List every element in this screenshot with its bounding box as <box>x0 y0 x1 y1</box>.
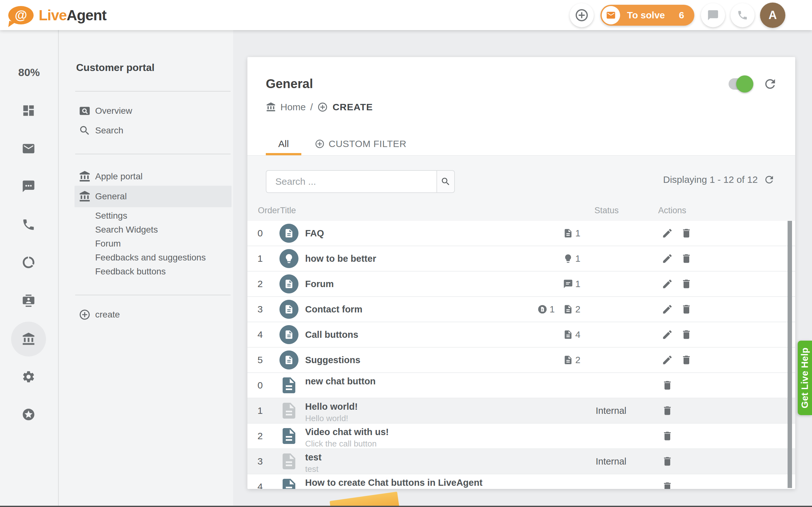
breadcrumb-create[interactable]: CREATE <box>333 102 373 112</box>
row-order: 0 <box>247 221 273 245</box>
calls-button[interactable] <box>730 3 755 27</box>
rail-mail-icon[interactable] <box>21 142 36 156</box>
count-forum: 1 <box>563 279 580 289</box>
row-title[interactable]: Video chat with us! <box>305 427 389 437</box>
sidebar-item-forum[interactable]: Forum <box>74 236 232 251</box>
bank-icon <box>79 170 91 182</box>
table-row[interactable]: 1Hello world!Hello world!Internal <box>247 398 795 424</box>
rail-chat-icon[interactable] <box>21 179 36 193</box>
count-doc: 1 <box>563 228 580 239</box>
displaying-text: Displaying 1 - 12 of 12 <box>663 174 758 185</box>
table-row[interactable]: 4Call buttons4 <box>247 322 795 348</box>
row-title[interactable]: Call buttons <box>305 329 358 340</box>
rail-dashboard-icon[interactable] <box>21 104 36 118</box>
toggle-knob <box>736 75 753 93</box>
to-solve-button[interactable]: To solve 6 <box>600 5 694 26</box>
rail-data-usage-icon[interactable] <box>21 256 36 269</box>
column-header-order: Order <box>258 206 280 216</box>
delete-button[interactable] <box>681 303 692 315</box>
table-row[interactable]: 1how to be better1 <box>247 246 795 272</box>
row-title[interactable]: Contact form <box>305 304 362 315</box>
sidebar-divider <box>75 154 231 154</box>
delete-button[interactable] <box>662 405 673 416</box>
table-row[interactable]: 0FAQ1 <box>247 221 795 246</box>
breadcrumb-home[interactable]: Home <box>281 102 306 112</box>
row-title[interactable]: new chat button <box>305 376 375 387</box>
delete-button[interactable] <box>662 481 673 489</box>
edit-button[interactable] <box>662 278 673 290</box>
edit-button[interactable] <box>662 303 673 315</box>
refresh-icon[interactable] <box>763 174 775 185</box>
row-order: 2 <box>247 424 273 448</box>
tab-all[interactable]: All <box>266 132 301 155</box>
rail-contact-card-icon[interactable] <box>21 294 36 308</box>
sidebar-item-search-widgets[interactable]: Search Widgets <box>74 222 232 238</box>
rail-settings-icon[interactable] <box>21 370 36 384</box>
search-button[interactable] <box>437 170 455 193</box>
table-row[interactable]: 2Forum1 <box>247 272 795 297</box>
portal-enabled-toggle[interactable] <box>728 78 751 90</box>
usage-percent: 80% <box>0 66 58 78</box>
row-title[interactable]: Hello world! <box>305 401 358 412</box>
sidebar-item-create[interactable]: create <box>74 307 232 323</box>
doc-icon <box>563 330 573 340</box>
row-title[interactable]: FAQ <box>305 228 324 239</box>
row-title[interactable]: Suggestions <box>305 354 360 365</box>
refresh-button[interactable] <box>763 77 777 91</box>
chats-button[interactable] <box>701 3 725 27</box>
sidebar-item-settings[interactable]: Settings <box>74 208 232 224</box>
rail-portal-icon[interactable] <box>21 332 36 346</box>
add-new-button[interactable] <box>570 3 594 27</box>
delete-button[interactable] <box>662 430 673 442</box>
edit-button[interactable] <box>662 329 673 340</box>
sidebar-item-feedbacks-and-suggestions[interactable]: Feedbacks and suggestions <box>74 250 232 266</box>
delete-button[interactable] <box>662 380 673 391</box>
delete-button[interactable] <box>681 278 692 290</box>
table-row[interactable]: 4How to create Chat buttons in LiveAgent <box>247 474 795 489</box>
delete-button[interactable] <box>681 354 692 366</box>
table-row[interactable]: 5Suggestions2 <box>247 348 795 373</box>
user-avatar[interactable]: A <box>760 3 785 28</box>
bottom-window-edge <box>0 506 812 507</box>
logo-speech-bubble-icon: @ <box>8 6 34 24</box>
liveagent-logo[interactable]: @ LiveAgent <box>8 6 106 24</box>
sidebar-item-apple-portal[interactable]: Apple portal <box>74 169 232 184</box>
sidebar-item-general[interactable]: General <box>74 186 232 207</box>
sidebar-item-overview[interactable]: Overview <box>74 103 232 119</box>
edit-button[interactable] <box>662 354 673 366</box>
get-live-help-button[interactable]: Get Live Help <box>798 341 812 415</box>
table-row[interactable]: 2Video chat with us!Click the call butto… <box>247 424 795 449</box>
row-title[interactable]: How to create Chat buttons in LiveAgent <box>305 477 470 488</box>
doc-icon <box>563 304 573 314</box>
row-title[interactable]: Forum <box>305 279 334 289</box>
delete-button[interactable] <box>681 228 692 239</box>
edit-button[interactable] <box>662 253 673 264</box>
table-row[interactable]: 3testtestInternal <box>247 449 795 474</box>
delete-button[interactable] <box>681 329 692 340</box>
delete-button[interactable] <box>662 456 673 467</box>
row-order: 1 <box>247 398 273 423</box>
to-solve-count: 6 <box>679 10 684 20</box>
document-icon <box>284 304 294 314</box>
sidebar-item-search[interactable]: Search <box>74 123 232 138</box>
row-actions <box>662 297 692 322</box>
row-counts: 1 <box>482 221 580 245</box>
sidebar-item-feedback-buttons[interactable]: Feedback buttons <box>74 264 232 279</box>
row-order: 2 <box>247 272 273 296</box>
table-scrollbar[interactable] <box>788 221 792 488</box>
row-title[interactable]: test <box>305 452 322 463</box>
edit-button[interactable] <box>662 228 673 239</box>
row-actions <box>662 373 673 398</box>
table-row[interactable]: 3Contact form12 <box>247 297 795 322</box>
rail-phone-icon[interactable] <box>21 218 36 232</box>
row-counts: 4 <box>482 322 580 347</box>
tab-custom-filter[interactable]: CUSTOM FILTER <box>315 132 406 155</box>
row-title[interactable]: how to be better <box>305 253 376 264</box>
icon-rail: 80% <box>0 30 59 507</box>
idea-circle-icon <box>280 249 299 268</box>
table-row[interactable]: 0new chat button <box>247 373 795 398</box>
search-input[interactable] <box>266 170 437 193</box>
rail-stars-icon[interactable] <box>21 407 36 421</box>
delete-button[interactable] <box>681 253 692 264</box>
row-order: 3 <box>247 297 273 322</box>
